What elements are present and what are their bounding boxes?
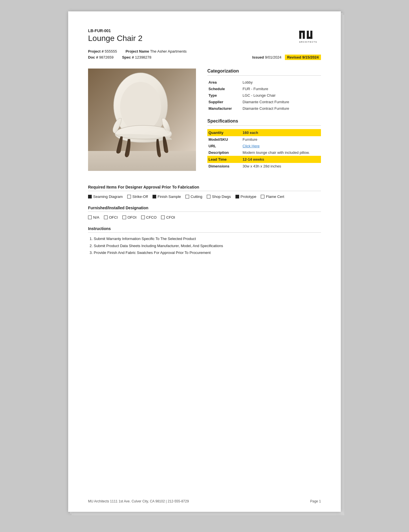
checkbox-empty: [88, 216, 92, 219]
checkbox-label: Strike-Off: [132, 194, 148, 199]
checkbox-empty: [261, 195, 264, 198]
checkbox-item: Cutting: [185, 194, 202, 199]
svg-point-10: [120, 82, 161, 132]
checkbox-label: Flame Cert: [266, 194, 284, 199]
categorization-table: AreaLobbyScheduleFUR - FurnitureTypeLGC …: [207, 79, 321, 112]
table-row: ScheduleFUR - Furniture: [207, 86, 321, 92]
svg-point-12: [116, 128, 171, 138]
footer: MU Architects 1111 1st Ave. Culver City,…: [88, 499, 321, 503]
checkbox-empty: [104, 216, 108, 219]
checkbox-label: OFCI: [109, 215, 118, 220]
svg-rect-8: [88, 151, 196, 171]
checkbox-filled: [235, 195, 239, 198]
spec-value: Modern lounge chair with included pillow…: [241, 149, 321, 156]
table-row: TypeLGC - Lounge Chair: [207, 92, 321, 99]
table-row: Dimensions30w x 43h x 28d inches: [207, 163, 321, 169]
cat-label: Area: [207, 79, 241, 86]
checkbox-item: N/A: [88, 215, 99, 220]
meta-row-1: Project # 555555 Project Name The Asher …: [88, 49, 321, 53]
chair-image: [88, 69, 196, 171]
checkbox-filled: [88, 195, 92, 198]
meta-left: Doc # 9872659 Spec # 12398278: [88, 55, 151, 59]
specifications-table: Quantity160 eachModel/SKUFurnitureURLCli…: [207, 129, 321, 169]
designation-checkboxes: N/AOFCIOFOICFCOCFOI: [88, 215, 321, 220]
list-item: Submit Product Data Sheets Including Man…: [94, 243, 321, 249]
approval-checkboxes: Seaming DiagramStrike-OffFinish SampleCu…: [88, 194, 321, 199]
checkbox-label: Cutting: [191, 194, 202, 199]
table-row: SupplierDiamante Contract Furniture: [207, 99, 321, 105]
checkbox-empty: [141, 216, 145, 219]
checkbox-empty: [127, 195, 131, 198]
spec-label: Dimensions: [207, 163, 241, 169]
table-row: Quantity160 each: [207, 129, 321, 136]
logo-container: ARCHITECTS: [298, 28, 321, 44]
checkbox-item: Shop Dwgs: [207, 194, 231, 199]
cat-label: Type: [207, 92, 241, 99]
cat-value: Lobby: [241, 79, 321, 86]
spec-value[interactable]: Click Here: [241, 143, 321, 149]
checkbox-label: OFOI: [128, 215, 137, 220]
cat-label: Supplier: [207, 99, 241, 105]
checkbox-item: CFOI: [161, 215, 175, 220]
svg-text:ARCHITECTS: ARCHITECTS: [299, 41, 317, 43]
meta-row-2: Doc # 9872659 Spec # 12398278 Issued 9/0…: [88, 55, 321, 60]
designation-section: Furnished/Installed Designation N/AOFCIO…: [88, 206, 321, 220]
instructions-title: Instructions: [88, 226, 321, 233]
doc-code: LB-FUR-001: [88, 28, 142, 33]
doc-title: Lounge Chair 2: [88, 34, 142, 43]
meta-right: Issued 9/01/2024 Revised 9/15/2024: [252, 55, 321, 60]
checkbox-label: N/A: [93, 215, 99, 220]
table-row: URLClick Here: [207, 143, 321, 149]
doc-number: Doc # 9872659: [88, 55, 114, 59]
checkbox-item: OFCI: [104, 215, 118, 220]
checkbox-label: Seaming Diagram: [93, 194, 123, 199]
checkbox-empty: [185, 195, 189, 198]
project-name: Project Name The Asher Apartments: [126, 49, 187, 53]
main-content: Categorization AreaLobbyScheduleFUR - Fu…: [88, 69, 321, 176]
spec-label: URL: [207, 143, 241, 149]
checkbox-item: Flame Cert: [261, 194, 284, 199]
footer-page: Page 1: [310, 499, 321, 503]
instructions-section: Instructions Submit Warranty Information…: [88, 226, 321, 256]
approval-title: Required Items For Designer Approval Pri…: [88, 185, 321, 191]
cat-label: Schedule: [207, 86, 241, 92]
header-left: LB-FUR-001 Lounge Chair 2: [88, 28, 142, 43]
checkbox-filled: [153, 195, 156, 198]
right-panel: Categorization AreaLobbyScheduleFUR - Fu…: [207, 69, 321, 176]
checkbox-item: CFCO: [141, 215, 157, 220]
spec-label: Description: [207, 149, 241, 156]
svg-rect-2: [303, 31, 305, 39]
project-number: Project # 555555: [88, 49, 117, 53]
table-row: AreaLobby: [207, 79, 321, 86]
checkbox-item: Prototype: [235, 194, 256, 199]
checkbox-item: Strike-Off: [127, 194, 148, 199]
spec-label: Quantity: [207, 129, 241, 136]
cat-value: Diamante Contract Furniture: [241, 105, 321, 112]
specifications-title: Specifications: [207, 119, 321, 126]
table-row: DescriptionModern lounge chair with incl…: [207, 149, 321, 156]
cat-value: FUR - Furniture: [241, 86, 321, 92]
checkbox-empty: [207, 195, 210, 198]
svg-rect-5: [310, 31, 312, 39]
spec-value: 30w x 43h x 28d inches: [241, 163, 321, 169]
spec-label: Model/SKU: [207, 136, 241, 143]
cat-label: Manufacturer: [207, 105, 241, 112]
table-row: ManufacturerDiamante Contract Furniture: [207, 105, 321, 112]
list-item: Provide Finish And Fabric Swatches For A…: [94, 250, 321, 256]
revised-badge: Revised 9/15/2024: [285, 55, 321, 60]
footer-address: MU Architects 1111 1st Ave. Culver City,…: [88, 499, 189, 503]
checkbox-item: OFOI: [122, 215, 137, 220]
designation-title: Furnished/Installed Designation: [88, 206, 321, 212]
spec-label: Lead Time: [207, 156, 241, 163]
checkbox-empty: [161, 216, 165, 219]
checkbox-label: CFOI: [166, 215, 175, 220]
table-row: Model/SKUFurniture: [207, 136, 321, 143]
checkbox-label: Finish Sample: [158, 194, 181, 199]
checkbox-label: Prototype: [241, 194, 256, 199]
spec-value: Furniture: [241, 136, 321, 143]
cat-value: Diamante Contract Furniture: [241, 99, 321, 105]
categorization-title: Categorization: [207, 69, 321, 76]
instructions-list: Submit Warranty Information Specific To …: [88, 236, 321, 256]
checkbox-label: Shop Dwgs: [212, 194, 231, 199]
header: LB-FUR-001 Lounge Chair 2 ARCHITECTS: [88, 28, 321, 44]
